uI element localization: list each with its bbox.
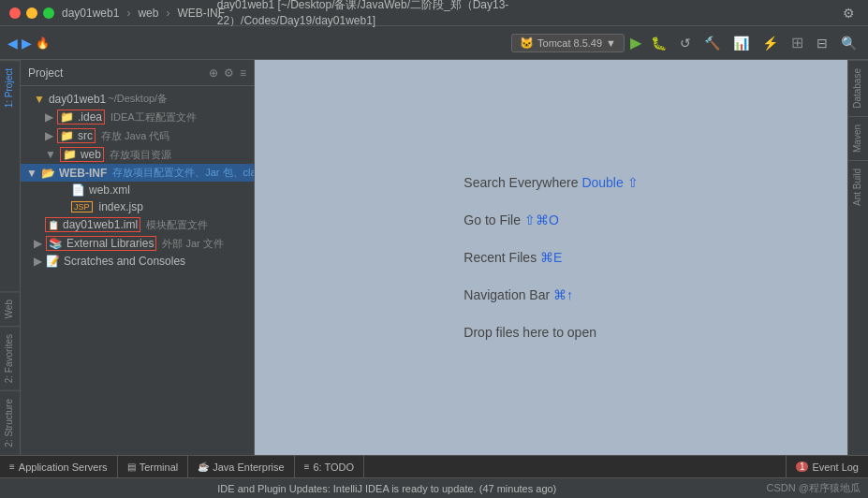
run-button[interactable]: ▶ xyxy=(630,34,641,51)
navigate-forward-icon[interactable]: ▶ xyxy=(22,36,32,51)
build-button[interactable]: 🔨 xyxy=(700,34,724,52)
scratches-expand-icon: ▶ xyxy=(34,255,42,268)
web-label: web xyxy=(81,148,101,161)
project-tree: ▼ day01web1 ~/Desktop/备 ▶ 📁 .idea IDEA工程… xyxy=(21,86,254,455)
event-log-badge: 1 xyxy=(796,461,809,472)
idea-desc: IDEA工程配置文件 xyxy=(110,110,197,124)
hint-drop-files: Drop files here to open xyxy=(463,325,638,340)
layout-button[interactable]: ⊟ xyxy=(813,34,831,52)
sidebar-item-favorites[interactable]: 2: Favorites xyxy=(0,326,20,390)
javaenterprise-icon: ☕ xyxy=(198,461,209,472)
tree-item-scratches[interactable]: ▶ 📝 Scratches and Consoles xyxy=(21,253,254,270)
event-log-label: Event Log xyxy=(812,461,859,473)
tree-item-src[interactable]: ▶ 📁 src 存放 Java 代码 xyxy=(21,126,254,145)
project-panel: Project ⊕ ⚙ ≡ ▼ day01web1 ~/Desktop/备 ▶ … xyxy=(21,60,255,455)
sidebar-item-structure[interactable]: 2: Structure xyxy=(0,390,20,455)
web-folder-icon: 📁 xyxy=(63,148,77,161)
iml-icon: 📋 xyxy=(48,220,59,230)
tree-item-indexjsp[interactable]: JSP index.jsp xyxy=(21,198,254,215)
event-log-tab[interactable]: 1 Event Log xyxy=(786,456,868,477)
webinf-expand-icon: ▼ xyxy=(26,167,37,180)
web-desc: 存放项目资源 xyxy=(110,148,171,162)
bottom-tab-appservers[interactable]: ≡ Application Servers xyxy=(0,456,118,477)
sidebar-item-project[interactable]: 1: Project xyxy=(0,60,20,115)
appservers-label: Application Servers xyxy=(19,461,108,473)
bottom-tab-javaenterprise[interactable]: ☕ Java Enterprise xyxy=(188,456,294,477)
close-button[interactable] xyxy=(9,7,21,19)
breadcrumb-web[interactable]: web xyxy=(138,7,158,20)
run-configuration-selector[interactable]: 🐱 Tomcat 8.5.49 ▼ xyxy=(511,34,625,52)
navigate-back-icon[interactable]: ◀ xyxy=(7,36,18,51)
project-panel-title: Project xyxy=(28,66,203,80)
breadcrumb-sep-2: › xyxy=(166,7,169,20)
main-area: 1: Project Web 2: Favorites 2: Structure… xyxy=(0,60,868,455)
bottom-toolbar: ≡ Application Servers ▤ Terminal ☕ Java … xyxy=(0,455,868,477)
webinf-label: WEB-INF xyxy=(59,167,107,180)
project-gear-icon[interactable]: ≡ xyxy=(240,66,246,80)
right-tab-antbuild[interactable]: Ant Build xyxy=(848,160,868,213)
hint-navigation-bar: Navigation Bar ⌘↑ xyxy=(463,287,638,302)
todo-icon: ≡ xyxy=(304,461,310,472)
terminal-label: Terminal xyxy=(140,461,179,473)
navbar-shortcut: ⌘↑ xyxy=(553,287,573,302)
extlibs-expand-icon: ▶ xyxy=(34,237,42,250)
project-sync-icon[interactable]: ⊕ xyxy=(209,66,218,80)
bottom-tab-todo[interactable]: ≡ 6: TODO xyxy=(295,456,364,477)
search-shortcut: Double ⇧ xyxy=(581,175,638,190)
root-folder-icon: ▼ xyxy=(34,93,45,106)
scratches-label: Scratches and Consoles xyxy=(64,255,185,268)
tree-item-webinf[interactable]: ▼ 📂 WEB-INF 存放项目配置文件、Jar 包、class 文件 xyxy=(21,164,254,182)
sidebar-item-web[interactable]: Web xyxy=(0,291,20,326)
editor-area: Search Everywhere Double ⇧ Go to File ⇧⌘… xyxy=(255,60,847,455)
search-everywhere-button[interactable]: 🔍 xyxy=(837,34,861,52)
left-side-tabs: 1: Project Web 2: Favorites 2: Structure xyxy=(0,60,21,455)
more-button[interactable]: ⊞ xyxy=(787,32,807,53)
traffic-lights xyxy=(9,7,54,19)
tree-item-extlibs[interactable]: ▶ 📚 External Libraries 外部 Jar 文件 xyxy=(21,234,254,253)
root-path: ~/Desktop/备 xyxy=(108,92,168,106)
terminal-icon: ▤ xyxy=(127,461,136,472)
project-header: Project ⊕ ⚙ ≡ xyxy=(21,60,254,86)
debug-button[interactable]: 🐛 xyxy=(647,34,670,52)
goto-shortcut: ⇧⌘O xyxy=(524,212,559,227)
breadcrumb-sep-1: › xyxy=(126,7,130,20)
run-config-dropdown-icon: ▼ xyxy=(606,37,616,49)
title-bar: day01web1 › web › WEB-INF day01web1 [~/D… xyxy=(0,0,868,26)
hint-recent-files: Recent Files ⌘E xyxy=(463,250,638,265)
extlibs-label: External Libraries xyxy=(66,237,154,250)
todo-label: 6: TODO xyxy=(313,461,354,473)
csdn-label: CSDN @程序猿地瓜 xyxy=(767,481,861,495)
toolbar-left: ◀ ▶ 🔥 xyxy=(7,36,508,51)
tree-item-iml[interactable]: 📋 day01web1.iml 模块配置文件 xyxy=(21,215,254,234)
javaenterprise-label: Java Enterprise xyxy=(213,461,284,473)
webxml-icon: 📄 xyxy=(71,183,85,197)
right-tab-database[interactable]: Database xyxy=(848,60,868,116)
webinf-folder-icon: 📂 xyxy=(41,167,55,180)
recent-shortcut: ⌘E xyxy=(540,250,562,265)
scratches-icon: 📝 xyxy=(46,255,60,268)
extlibs-icon: 📚 xyxy=(49,237,63,250)
tree-root[interactable]: ▼ day01web1 ~/Desktop/备 xyxy=(21,90,254,108)
toolbar: ◀ ▶ 🔥 🐱 Tomcat 8.5.49 ▼ ▶ 🐛 ↺ 🔨 📊 ⚡ ⊞ ⊟ … xyxy=(0,26,868,60)
iml-desc: 模块配置文件 xyxy=(146,218,208,232)
coverage-button[interactable]: 📊 xyxy=(729,34,753,52)
hint-search-everywhere: Search Everywhere Double ⇧ xyxy=(463,175,638,190)
bottom-tab-terminal[interactable]: ▤ Terminal xyxy=(118,456,189,477)
indexjsp-icon: JSP xyxy=(71,201,93,212)
reload-button[interactable]: ↺ xyxy=(676,34,695,52)
right-tab-maven[interactable]: Maven xyxy=(848,116,868,160)
maximize-button[interactable] xyxy=(43,7,54,19)
minimize-button[interactable] xyxy=(26,7,37,19)
tree-item-webxml[interactable]: 📄 web.xml xyxy=(21,182,254,198)
fire-icon: 🔥 xyxy=(36,37,50,50)
extlibs-desc: 外部 Jar 文件 xyxy=(162,237,223,251)
status-right: CSDN @程序猿地瓜 xyxy=(767,481,861,495)
status-message: IDE and Plugin Updates: IntelliJ IDEA is… xyxy=(7,483,767,494)
profile-button[interactable]: ⚡ xyxy=(758,34,782,52)
project-settings-icon[interactable]: ⚙ xyxy=(224,66,234,80)
settings-icon[interactable]: ⚙ xyxy=(839,4,859,22)
toolbar-right: 🐱 Tomcat 8.5.49 ▼ ▶ 🐛 ↺ 🔨 📊 ⚡ ⊞ ⊟ 🔍 xyxy=(511,32,861,53)
tree-item-idea[interactable]: ▶ 📁 .idea IDEA工程配置文件 xyxy=(21,108,254,126)
tree-item-web[interactable]: ▼ 📁 web 存放项目资源 xyxy=(21,145,254,164)
run-config-name: Tomcat 8.5.49 xyxy=(537,37,602,49)
